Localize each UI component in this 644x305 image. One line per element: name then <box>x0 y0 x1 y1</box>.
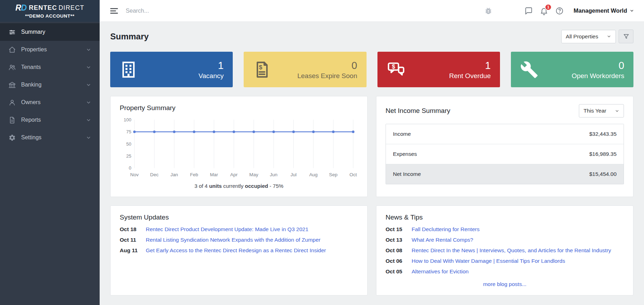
funnel-icon <box>623 33 630 40</box>
row-label: Income <box>393 131 411 137</box>
chat-icon[interactable] <box>524 7 533 15</box>
net-income-table: Income$32,443.35Expenses$16,989.35Net In… <box>386 124 624 184</box>
period-value: This Year <box>583 108 606 114</box>
panel-title: Property Summary <box>120 104 358 112</box>
chevron-down-icon <box>86 135 91 140</box>
logo-wordmark: RD RENTECDIRECT <box>15 3 84 13</box>
list-item: Oct 13What Are Rental Comps? <box>386 237 624 243</box>
sidebar-item-label: Properties <box>21 46 47 53</box>
sidebar-item-tenants[interactable]: Tenants <box>0 58 100 76</box>
post-link[interactable]: Rentec Direct In the News | Interviews, … <box>412 247 611 254</box>
stat-value: 0 <box>297 59 357 72</box>
news-tips-list: Oct 15Fall Decluttering for RentersOct 1… <box>386 226 624 275</box>
svg-text:Aug: Aug <box>309 172 318 177</box>
list-item: Oct 18Rentec Direct Product Development … <box>120 226 358 233</box>
svg-text:Nov: Nov <box>130 172 139 177</box>
property-filter-select[interactable]: All Properties <box>561 30 616 43</box>
list-item: Oct 05Alternatives for Eviction <box>386 268 624 275</box>
filter-button[interactable] <box>619 30 633 43</box>
sidebar-item-banking[interactable]: Banking <box>0 76 100 94</box>
svg-text:Jun: Jun <box>270 172 277 177</box>
list-item: Aug 11Get Early Access to the Rentec Dir… <box>120 247 358 254</box>
post-link[interactable]: Rental Listing Syndication Network Expan… <box>146 237 320 243</box>
post-link[interactable]: Alternatives for Eviction <box>412 268 469 275</box>
main-column: 1 Management World Summary All Propertie… <box>100 0 644 305</box>
svg-text:$: $ <box>259 64 263 71</box>
stat-label: Open Workorders <box>571 72 624 80</box>
stat-card-open-workorders[interactable]: 0Open Workorders <box>511 52 633 87</box>
post-link[interactable]: Fall Decluttering for Renters <box>412 226 480 233</box>
table-row: Income$32,443.35 <box>386 124 624 144</box>
table-row: Expenses$16,989.35 <box>386 144 624 164</box>
sidebar-item-label: Settings <box>21 134 42 141</box>
post-link[interactable]: How to Deal With Water Damage | Essentia… <box>412 258 565 264</box>
more-blog-posts-link[interactable]: more blog posts... <box>386 281 624 287</box>
bug-report-icon[interactable] <box>484 7 493 15</box>
chevron-down-icon <box>86 65 91 70</box>
rd-logo-icon: RD <box>15 3 26 13</box>
svg-text:Jul: Jul <box>290 172 296 177</box>
post-date: Aug 11 <box>120 247 141 254</box>
post-date: Oct 08 <box>386 247 407 254</box>
sidebar: RD RENTECDIRECT **DEMO ACCOUNT** Summary… <box>0 0 100 305</box>
stat-card-vacancy[interactable]: 1Vacancy <box>110 52 233 87</box>
sidebar-item-properties[interactable]: Properties <box>0 41 100 58</box>
svg-text:Feb: Feb <box>190 172 198 177</box>
chevron-down-icon <box>607 34 611 39</box>
person-icon <box>8 99 16 106</box>
search-input[interactable] <box>126 7 477 14</box>
page-title: Summary <box>110 32 149 42</box>
sidebar-item-settings[interactable]: Settings <box>0 129 100 146</box>
stat-value: 0 <box>571 59 624 72</box>
sidebar-item-summary[interactable]: Summary <box>0 23 100 41</box>
list-item: Oct 06How to Deal With Water Damage | Es… <box>386 258 624 264</box>
stat-card-leases-expire-soon[interactable]: $0Leases Expire Soon <box>244 52 366 87</box>
sidebar-item-owners[interactable]: Owners <box>0 94 100 111</box>
property-filter-value: All Properties <box>566 33 598 40</box>
post-date: Oct 06 <box>386 258 407 264</box>
svg-text:May: May <box>249 172 258 177</box>
list-item: Oct 11Rental Listing Syndication Network… <box>120 237 358 243</box>
occupancy-chart: 0255075100NovDecJanFebMarAprMayJunJulAug… <box>120 115 358 179</box>
sidebar-item-label: Banking <box>21 82 42 88</box>
system-updates-panel: System Updates Oct 18Rentec Direct Produ… <box>110 205 368 296</box>
menu-icon[interactable] <box>110 6 119 15</box>
bell-icon[interactable]: 1 <box>540 7 548 15</box>
equalizer-icon <box>8 28 16 36</box>
stat-card-rent-overdue[interactable]: $1Rent Overdue <box>377 52 500 87</box>
help-icon[interactable] <box>555 7 564 15</box>
stat-value: 1 <box>199 59 224 72</box>
system-updates-list: Oct 18Rentec Direct Product Development … <box>120 226 358 254</box>
account-menu[interactable]: Management World <box>574 7 634 14</box>
brand-name: RENTECDIRECT <box>29 4 84 12</box>
chevron-down-icon <box>86 117 91 123</box>
building-icon <box>119 61 138 79</box>
demo-account-label: **DEMO ACCOUNT** <box>25 13 74 19</box>
row-label: Net Income <box>393 171 421 177</box>
post-link[interactable]: What Are Rental Comps? <box>412 237 473 243</box>
period-select[interactable]: This Year <box>579 104 624 117</box>
row-value: $15,454.00 <box>589 171 617 177</box>
stat-label: Rent Overdue <box>449 72 490 80</box>
svg-text:50: 50 <box>126 141 131 147</box>
sidebar-item-reports[interactable]: Reports <box>0 111 100 129</box>
svg-text:Apr: Apr <box>230 172 238 177</box>
post-link[interactable]: Get Early Access to the Rentec Direct Re… <box>146 247 326 254</box>
post-date: Oct 05 <box>386 268 407 275</box>
occupancy-caption: 3 of 4 units currently occupied - 75% <box>120 183 358 189</box>
table-row: Net Income$15,454.00 <box>386 164 624 184</box>
app-logo[interactable]: RD RENTECDIRECT **DEMO ACCOUNT** <box>0 0 100 22</box>
chat-dollar-icon: $ <box>387 61 405 79</box>
chevron-down-icon <box>86 47 91 52</box>
svg-text:Jan: Jan <box>170 172 178 177</box>
panel-title: System Updates <box>120 214 358 221</box>
news-tips-panel: News & Tips Oct 15Fall Decluttering for … <box>376 205 633 296</box>
svg-text:Oct: Oct <box>350 172 357 177</box>
chevron-down-icon <box>630 8 634 13</box>
row-label: Expenses <box>393 151 417 157</box>
occupancy-chart-container: 0255075100NovDecJanFebMarAprMayJunJulAug… <box>120 115 358 181</box>
svg-text:Mar: Mar <box>210 172 218 177</box>
post-link[interactable]: Rentec Direct Product Development Update… <box>146 226 308 233</box>
home-icon <box>8 46 16 53</box>
stat-label: Vacancy <box>199 72 224 80</box>
